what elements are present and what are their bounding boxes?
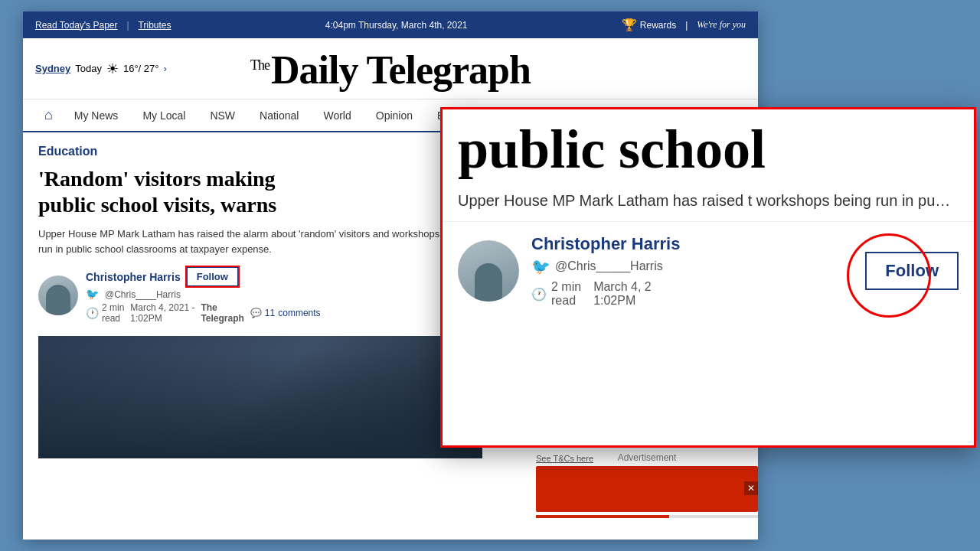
twitter-handle: @Chris____Harris [105,289,181,300]
ad-label: Advertisement [536,452,758,463]
author-social-row: 🐦 @Chris____Harris [86,288,321,301]
zoom-summary: Upper House MP Mark Latham has raised t … [443,180,974,222]
ad-box: ✕ [536,466,758,512]
rewards-label: Rewards [640,20,676,31]
twitter-icon[interactable]: 🐦 [86,288,99,301]
article-source: TheTelegraph [201,302,243,324]
sidebar-item-mynews[interactable]: My News [62,102,131,129]
ad-progress-bar [536,515,669,518]
avatar-image [38,276,78,315]
ad-wrapper: ✕ [536,466,758,512]
author-name-row: Christopher Harris Follow [86,267,321,286]
image-figures [38,351,482,458]
logo-the: The [250,57,270,73]
zoom-twitter-row: 🐦 @Chris_____Harris [531,257,853,276]
sidebar-item-world[interactable]: World [311,102,363,129]
avatar [38,276,78,315]
zoom-meta-row: 🕐 2 minread March 4, 2 1:02PM [531,280,853,308]
comments-link[interactable]: 💬 11 comments [250,308,321,318]
zoom-avatar [458,240,519,302]
top-bar: Read Today's Paper | Tributes 4:04pm Thu… [23,11,758,38]
zoom-date: March 4, 2 1:02PM [593,280,652,308]
city-link[interactable]: Sydney [35,63,70,74]
ad-close-button[interactable]: ✕ [744,481,758,495]
zoom-author-info: Christopher Harris 🐦 @Chris_____Harris 🕐… [531,234,853,308]
zoom-date-value: March 4, 2 [593,280,652,293]
zoom-headline-text: public school [458,119,766,180]
were-for-you-label: We're for you [697,19,746,31]
sidebar-item-national[interactable]: National [247,102,311,129]
sidebar-item-mylocal[interactable]: My Local [130,102,198,129]
datetime-display: 4:04pm Thursday, March 4th, 2021 [181,20,612,31]
author-stats-row: 🕐 2 minread March 4, 2021 -1:02PM TheTel… [86,302,321,324]
comment-icon: 💬 [250,308,262,318]
zoom-read-time-value: 2 minread [551,280,581,308]
read-time-value: 2 minread [102,302,124,324]
weather-bar: Sydney Today ☀ 16°/ 27° › [35,60,167,77]
temp-display: 16°/ 27° [123,63,159,74]
article-summary: Upper House MP Mark Latham has raised th… [38,227,467,256]
read-paper-link[interactable]: Read Today's Paper [35,20,117,31]
avatar-silhouette [46,285,70,315]
comments-label: comments [278,308,320,318]
article-date: March 4, 2021 -1:02PM [130,302,194,324]
zoom-read-time: 🕐 2 minread [531,280,581,308]
zoom-author-name[interactable]: Christopher Harris [531,234,853,254]
top-bar-divider-2: | [685,20,688,31]
clock-icon: 🕐 [86,307,99,319]
sidebar-item-nsw[interactable]: NSW [198,102,247,129]
top-bar-right: 🏆 Rewards | We're for you [622,18,746,32]
article-image [38,336,482,458]
zoom-time-value: 1:02PM [593,294,635,307]
sidebar-item-opinion[interactable]: Opinion [364,102,425,129]
tributes-link[interactable]: Tributes [139,20,172,31]
zoom-twitter-handle: @Chris_____Harris [555,259,663,273]
comments-count: 11 [265,308,275,318]
zoom-panel: public school Upper House MP Mark Latham… [440,107,976,448]
rewards-button[interactable]: 🏆 Rewards [622,18,676,32]
zoom-clock-icon: 🕐 [531,287,547,302]
follow-button-small[interactable]: Follow [187,267,238,286]
read-time: 🕐 2 minread [86,302,124,324]
zoom-headline: public school [443,109,974,180]
weather-arrow[interactable]: › [164,63,167,74]
zoom-summary-text: Upper House MP Mark Latham has raised t … [458,192,974,209]
author-name-link[interactable]: Christopher Harris [86,271,181,283]
today-label: Today [75,63,102,74]
logo-title-text: Daily Telegraph [271,48,531,92]
divider-1: | [126,20,129,31]
rewards-icon: 🏆 [622,18,637,32]
zoom-avatar-head [475,263,502,302]
logo-area: Sydney Today ☀ 16°/ 27° › TheDaily Teleg… [23,38,758,99]
zoom-twitter-icon[interactable]: 🐦 [531,257,550,276]
article-headline[interactable]: 'Random' visitors makingpublic school vi… [38,166,467,217]
author-meta: Christopher Harris Follow 🐦 @Chris____Ha… [86,267,321,324]
weather-icon: ☀ [106,60,119,77]
ad-progress-bar-bg [536,515,758,518]
ad-container: Advertisement ✕ [536,452,758,518]
zoom-author-bar: Christopher Harris 🐦 @Chris_____Harris 🕐… [443,222,974,320]
nav-home-button[interactable]: ⌂ [35,99,62,131]
zoom-follow-container: Follow [865,252,959,290]
follow-button-large[interactable]: Follow [865,252,959,290]
